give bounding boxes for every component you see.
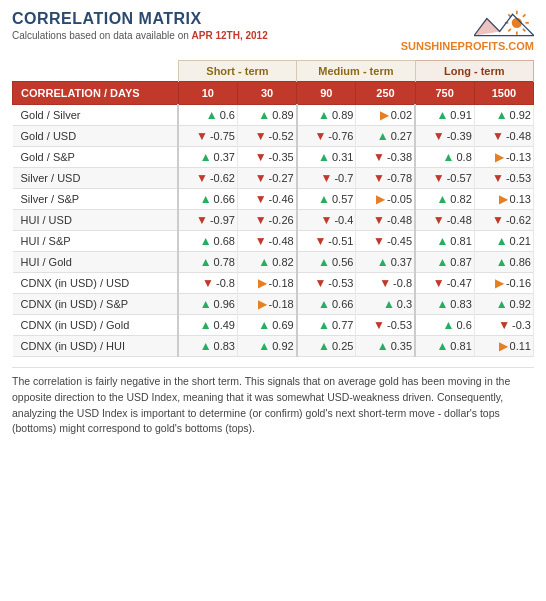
value-cell: ▲0.56 xyxy=(297,252,356,273)
correlation-table: Short - term Medium - term Long - term C… xyxy=(12,60,534,357)
direction-icon: ▲ xyxy=(200,192,212,206)
medium-term-header: Medium - term xyxy=(297,61,415,82)
direction-icon: ▲ xyxy=(200,150,212,164)
value-cell: ▲0.91 xyxy=(415,105,474,126)
subtitle-prefix: Calculations based on data available on xyxy=(12,30,189,41)
cell-value: 0.02 xyxy=(391,109,412,121)
svg-line-6 xyxy=(523,14,526,17)
value-cell: ▶-0.13 xyxy=(474,147,533,168)
direction-icon: ▼ xyxy=(433,129,445,143)
direction-icon: ▲ xyxy=(496,297,508,311)
direction-icon: ▶ xyxy=(258,276,267,290)
value-cell: ▼-0.3 xyxy=(474,315,533,336)
day-30-header: 30 xyxy=(237,82,296,105)
value-cell: ▲0.37 xyxy=(178,147,237,168)
value-cell: ▶0.02 xyxy=(356,105,415,126)
long-term-header: Long - term xyxy=(415,61,533,82)
cell-value: -0.53 xyxy=(387,319,412,331)
cell-value: 0.66 xyxy=(214,193,235,205)
value-cell: ▲0.49 xyxy=(178,315,237,336)
row-label: Gold / USD xyxy=(13,126,179,147)
table-row: HUI / S&P▲0.68▼-0.48▼-0.51▼-0.45▲0.81▲0.… xyxy=(13,231,534,252)
direction-icon: ▶ xyxy=(258,297,267,311)
direction-icon: ▲ xyxy=(200,234,212,248)
row-label: HUI / USD xyxy=(13,210,179,231)
cell-value: 0.92 xyxy=(510,109,531,121)
value-cell: ▶-0.16 xyxy=(474,273,533,294)
direction-icon: ▲ xyxy=(377,255,389,269)
direction-icon: ▼ xyxy=(321,213,333,227)
cell-value: 0.8 xyxy=(456,151,471,163)
cell-value: 0.87 xyxy=(450,256,471,268)
direction-icon: ▼ xyxy=(379,276,391,290)
cell-value: 0.66 xyxy=(332,298,353,310)
cell-value: 0.81 xyxy=(450,235,471,247)
value-cell: ▲0.37 xyxy=(356,252,415,273)
direction-icon: ▼ xyxy=(492,129,504,143)
value-cell: ▼-0.35 xyxy=(237,147,296,168)
cell-value: -0.8 xyxy=(216,277,235,289)
label-col-header: CORRELATION / DAYS xyxy=(13,82,179,105)
table-row: Silver / USD▼-0.62▼-0.27▼-0.7▼-0.78▼-0.5… xyxy=(13,168,534,189)
value-cell: ▼-0.62 xyxy=(178,168,237,189)
short-term-header: Short - term xyxy=(178,61,296,82)
cell-value: -0.48 xyxy=(387,214,412,226)
value-cell: ▲0.6 xyxy=(178,105,237,126)
direction-icon: ▼ xyxy=(433,213,445,227)
direction-icon: ▲ xyxy=(318,318,330,332)
table-row: CDNX (in USD) / HUI▲0.83▲0.92▲0.25▲0.35▲… xyxy=(13,336,534,357)
value-cell: ▶0.11 xyxy=(474,336,533,357)
direction-icon: ▲ xyxy=(318,297,330,311)
value-cell: ▲0.92 xyxy=(237,336,296,357)
cell-value: -0.38 xyxy=(387,151,412,163)
direction-icon: ▶ xyxy=(499,339,508,353)
direction-icon: ▲ xyxy=(383,297,395,311)
direction-icon: ▲ xyxy=(206,108,218,122)
value-cell: ▲0.31 xyxy=(297,147,356,168)
direction-icon: ▼ xyxy=(321,171,333,185)
row-label: Gold / S&P xyxy=(13,147,179,168)
logo-sunshine: SUNSHINE xyxy=(401,40,458,52)
value-cell: ▲0.78 xyxy=(178,252,237,273)
direction-icon: ▼ xyxy=(196,213,208,227)
direction-icon: ▲ xyxy=(318,339,330,353)
cell-value: 0.49 xyxy=(214,319,235,331)
direction-icon: ▲ xyxy=(318,255,330,269)
cell-value: 0.57 xyxy=(332,193,353,205)
cell-value: 0.37 xyxy=(391,256,412,268)
cell-value: 0.31 xyxy=(332,151,353,163)
col-header-row: CORRELATION / DAYS 10 30 90 250 750 1500 xyxy=(13,82,534,105)
cell-value: -0.7 xyxy=(334,172,353,184)
cell-value: 0.69 xyxy=(272,319,293,331)
value-cell: ▼-0.78 xyxy=(356,168,415,189)
day-1500-header: 1500 xyxy=(474,82,533,105)
cell-value: 0.89 xyxy=(332,109,353,121)
cell-value: 0.68 xyxy=(214,235,235,247)
direction-icon: ▲ xyxy=(436,108,448,122)
value-cell: ▲0.92 xyxy=(474,105,533,126)
value-cell: ▼-0.45 xyxy=(356,231,415,252)
direction-icon: ▲ xyxy=(318,150,330,164)
cell-value: -0.76 xyxy=(328,130,353,142)
value-cell: ▶0.13 xyxy=(474,189,533,210)
subtitle: Calculations based on data available on … xyxy=(12,30,268,41)
cell-value: 0.92 xyxy=(272,340,293,352)
value-cell: ▼-0.52 xyxy=(237,126,296,147)
direction-icon: ▲ xyxy=(200,339,212,353)
header: CORRELATION MATRIX Calculations based on… xyxy=(12,10,534,52)
day-750-header: 750 xyxy=(415,82,474,105)
table-row: Silver / S&P▲0.66▼-0.46▲0.57▶-0.05▲0.82▶… xyxy=(13,189,534,210)
value-cell: ▲0.66 xyxy=(178,189,237,210)
table-row: CDNX (in USD) / S&P▲0.96▶-0.18▲0.66▲0.3▲… xyxy=(13,294,534,315)
value-cell: ▲0.81 xyxy=(415,336,474,357)
value-cell: ▶-0.05 xyxy=(356,189,415,210)
direction-icon: ▼ xyxy=(433,171,445,185)
direction-icon: ▲ xyxy=(258,255,270,269)
cell-value: 0.25 xyxy=(332,340,353,352)
direction-icon: ▲ xyxy=(377,129,389,143)
cell-value: -0.75 xyxy=(210,130,235,142)
date: APR 12TH, 2012 xyxy=(192,30,268,41)
row-label: CDNX (in USD) / Gold xyxy=(13,315,179,336)
value-cell: ▼-0.48 xyxy=(415,210,474,231)
cell-value: -0.05 xyxy=(387,193,412,205)
